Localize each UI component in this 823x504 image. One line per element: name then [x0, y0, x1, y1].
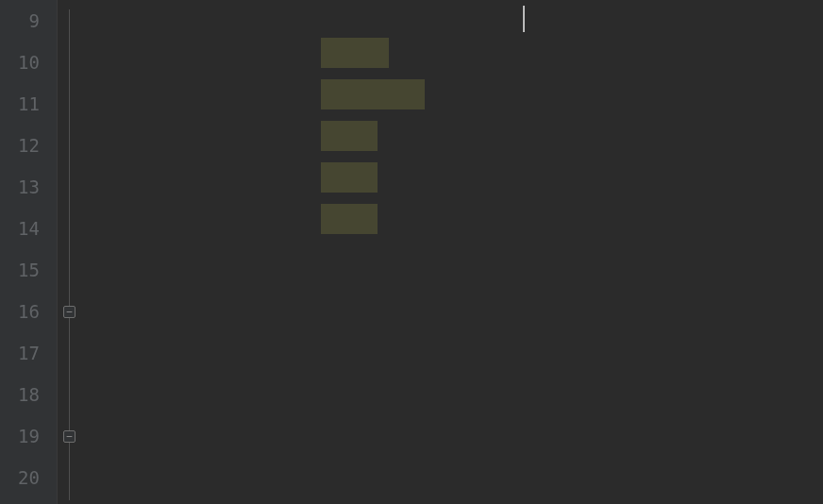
line-number: 9	[0, 0, 40, 42]
line-number: 16	[0, 291, 40, 332]
line-number-gutter: 9 10 11 12 13 14 15 16 17 18 19 20	[0, 0, 57, 504]
fold-guide	[69, 9, 70, 500]
fold-toggle-icon[interactable]: −	[63, 430, 76, 443]
line-number: 19	[0, 415, 40, 457]
code-editor[interactable]: 9 10 11 12 13 14 15 16 17 18 19 20 − − p…	[0, 0, 823, 504]
selection-highlight	[321, 38, 389, 68]
text-caret	[523, 6, 525, 32]
line-number: 18	[0, 374, 40, 415]
line-number: 15	[0, 249, 40, 291]
selection-highlight	[321, 79, 425, 109]
line-number: 17	[0, 332, 40, 374]
selection-highlight	[321, 121, 378, 151]
code-line: public class MyBlockingQueue<T> {	[94, 498, 823, 504]
line-number: 13	[0, 166, 40, 208]
line-number: 20	[0, 457, 40, 498]
line-number: 14	[0, 208, 40, 249]
line-number: 12	[0, 125, 40, 166]
selection-highlight	[321, 162, 378, 193]
fold-column: − −	[57, 0, 94, 504]
line-number: 10	[0, 42, 40, 83]
line-number: 11	[0, 83, 40, 125]
selection-highlight	[321, 204, 378, 234]
code-area[interactable]: public class MyBlockingQueue<T> { privat…	[94, 0, 823, 504]
fold-toggle-icon[interactable]: −	[63, 306, 76, 318]
